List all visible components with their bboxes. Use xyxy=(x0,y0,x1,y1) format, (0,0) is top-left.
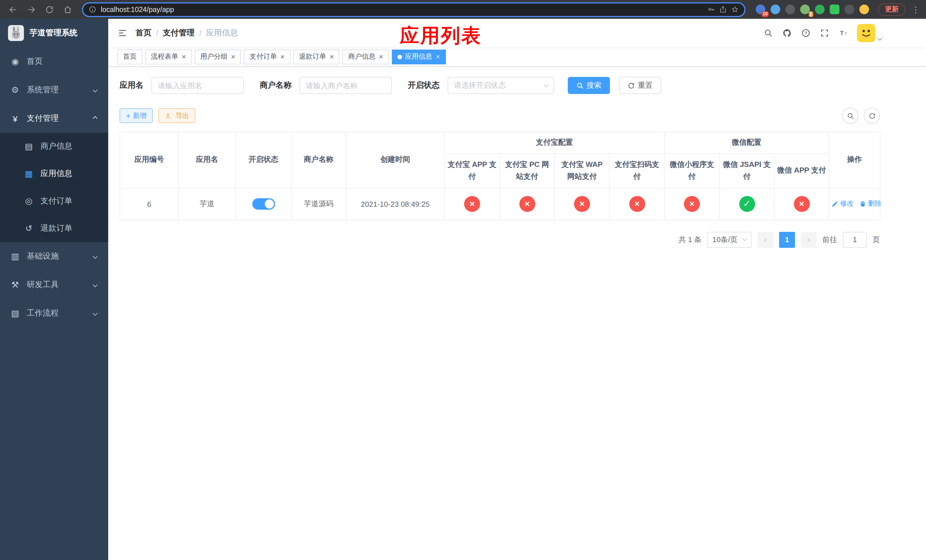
export-button[interactable]: 导出 xyxy=(158,108,195,123)
breadcrumb-item[interactable]: 支付管理 xyxy=(163,28,195,38)
drop-extension-icon[interactable] xyxy=(770,5,780,14)
avatar-extension-icon[interactable]: 1 xyxy=(800,5,810,14)
tab-close-icon[interactable]: × xyxy=(330,53,334,61)
site-info-icon[interactable] xyxy=(89,6,96,13)
search-button[interactable]: 搜索 xyxy=(568,77,610,94)
sidebar-menu: ◉首页⚙系统管理¥支付管理▤商户信息▦应用信息◎支付订单↺退款订单▥基础设施⚒研… xyxy=(0,47,108,328)
sidebar-item[interactable]: ▥基础设施 xyxy=(0,242,108,271)
home-icon[interactable] xyxy=(61,2,75,17)
collapse-sidebar-icon[interactable] xyxy=(117,28,127,38)
refund-icon: ↺ xyxy=(24,223,33,233)
view-tab[interactable]: 退款订单× xyxy=(293,49,340,64)
sidebar-item[interactable]: ¥支付管理 xyxy=(0,104,108,133)
extension-badge: 1 xyxy=(808,11,813,17)
navbar-actions: ? TT xyxy=(763,24,882,42)
prev-page-button[interactable]: ‹ xyxy=(757,232,773,248)
app-name-input[interactable] xyxy=(151,77,244,94)
cell-actions: 修改删除 xyxy=(829,188,880,220)
view-tab[interactable]: 流程表单× xyxy=(145,49,192,64)
status-select[interactable]: 请选择开启状态 xyxy=(448,77,554,94)
disabled-cross-icon: × xyxy=(519,196,535,212)
page-size-select[interactable]: 10条/页 xyxy=(707,232,752,248)
tab-close-icon[interactable]: × xyxy=(231,53,235,61)
sidebar-subitem[interactable]: ▤商户信息 xyxy=(0,133,108,160)
sidebar-subitem[interactable]: ◎支付订单 xyxy=(0,188,108,215)
merchant-name-input[interactable] xyxy=(300,77,392,94)
tab-close-icon[interactable]: × xyxy=(379,53,383,61)
search-icon[interactable] xyxy=(763,28,773,38)
tab-label: 流程表单 xyxy=(151,52,178,62)
add-button-label: 新增 xyxy=(133,111,146,121)
delete-link[interactable]: 删除 xyxy=(859,199,882,209)
sidebar-item[interactable]: ⚒研发工具 xyxy=(0,271,108,299)
col-header-app-name: 应用名 xyxy=(179,132,236,188)
chat-extension-icon[interactable] xyxy=(830,5,840,14)
sidebar-item[interactable]: ◉首页 xyxy=(0,47,108,76)
reset-button[interactable]: 重置 xyxy=(619,77,661,94)
goto-page-input[interactable] xyxy=(843,232,867,248)
page-size-value: 10条/页 xyxy=(713,235,737,245)
config-cell: × xyxy=(774,188,829,220)
gear-icon: ⚙ xyxy=(10,85,20,95)
key-icon[interactable] xyxy=(707,6,715,13)
app-table: 应用编号 应用名 开启状态 商户名称 创建时间 支付宝配置 微信配置 操作 支付… xyxy=(120,132,881,220)
grid-icon: ▦ xyxy=(24,169,33,179)
sidebar-item[interactable]: ▧工作流程 xyxy=(0,299,108,328)
tab-close-icon[interactable]: × xyxy=(280,53,284,61)
font-size-icon[interactable]: TT xyxy=(838,28,849,38)
user-menu[interactable] xyxy=(857,24,882,42)
sidebar-logo[interactable]: 芋道管理系统 xyxy=(0,19,108,47)
sidebar-item-label: 支付管理 xyxy=(27,114,59,124)
sidebar-item-label: 研发工具 xyxy=(27,280,59,290)
sidebar-item-label: 工作流程 xyxy=(27,308,59,318)
sidebar-item-label: 基础设施 xyxy=(27,251,59,262)
tab-label: 退款订单 xyxy=(299,52,326,62)
dark-extension-icon[interactable] xyxy=(785,5,795,14)
tab-close-icon[interactable]: × xyxy=(182,53,186,61)
puzzle-extension-icon[interactable]: 10 xyxy=(756,5,766,14)
reload-icon[interactable] xyxy=(42,2,57,17)
star-icon[interactable] xyxy=(731,6,738,13)
app-shell: 芋道管理系统 ◉首页⚙系统管理¥支付管理▤商户信息▦应用信息◎支付订单↺退款订单… xyxy=(0,19,926,560)
check-extension-icon[interactable] xyxy=(815,5,825,14)
github-icon[interactable] xyxy=(782,28,792,38)
logo-avatar xyxy=(8,25,24,41)
browser-update-button[interactable]: 更新 xyxy=(878,3,905,16)
total-count: 共 1 条 xyxy=(679,235,702,245)
emoji-extension-icon[interactable] xyxy=(859,5,869,14)
search-form: 应用名 商户名称 开启状态 请选择开启状态 xyxy=(120,77,880,94)
back-icon[interactable] xyxy=(6,2,21,17)
url-text[interactable]: localhost:1024/pay/app xyxy=(101,5,703,14)
disabled-cross-icon: × xyxy=(464,196,480,212)
view-tab[interactable]: 用户分组× xyxy=(195,49,241,64)
view-tab[interactable]: 支付订单× xyxy=(244,49,290,64)
question-icon[interactable]: ? xyxy=(801,28,811,38)
disabled-cross-icon: × xyxy=(794,196,809,212)
forward-icon[interactable] xyxy=(24,2,39,17)
tab-close-icon[interactable]: × xyxy=(436,53,440,61)
address-bar[interactable]: localhost:1024/pay/app xyxy=(82,2,746,17)
menu-dots-icon[interactable]: ⋮ xyxy=(911,5,920,14)
breadcrumb-item[interactable]: 首页 xyxy=(136,28,151,38)
next-page-button[interactable]: › xyxy=(801,232,817,248)
sidebar-item[interactable]: ⚙系统管理 xyxy=(0,76,108,104)
add-button[interactable]: + 新增 xyxy=(120,108,153,123)
status-toggle[interactable] xyxy=(252,198,275,210)
page-number-button[interactable]: 1 xyxy=(779,232,795,248)
edit-link[interactable]: 修改 xyxy=(831,199,854,209)
share-icon[interactable] xyxy=(719,6,727,13)
sidebar-subitem[interactable]: ▦应用信息 xyxy=(0,160,108,188)
view-tab[interactable]: 商户信息× xyxy=(342,49,389,64)
top-navbar: 首页/支付管理/应用信息 ? TT xyxy=(108,19,926,47)
refresh-table-button[interactable] xyxy=(864,107,880,124)
search-button-label: 搜索 xyxy=(587,80,601,91)
refresh-icon xyxy=(868,112,876,120)
toggle-search-button[interactable] xyxy=(842,107,858,124)
search-icon xyxy=(847,112,854,120)
workflow-icon: ▧ xyxy=(10,308,20,318)
pin-extension-icon[interactable] xyxy=(844,5,854,14)
fullscreen-icon[interactable] xyxy=(820,28,830,38)
view-tab[interactable]: 首页 xyxy=(117,49,142,64)
sidebar-subitem[interactable]: ↺退款订单 xyxy=(0,215,108,242)
view-tab[interactable]: 应用信息× xyxy=(392,49,446,64)
